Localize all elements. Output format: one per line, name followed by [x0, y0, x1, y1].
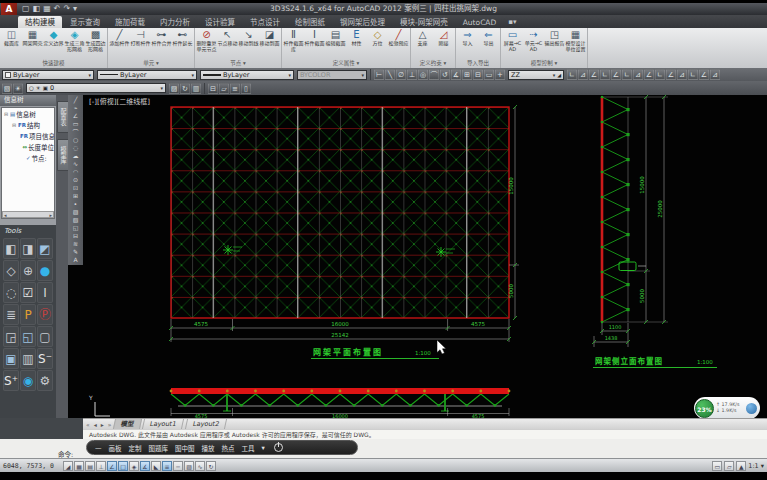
status-toggle-4[interactable]: ∠: [107, 461, 117, 471]
ribbon-more-icon[interactable]: ▪▾: [504, 16, 520, 28]
tools-grid-button-3[interactable]: ◇: [3, 260, 19, 281]
tools-grid-button-1[interactable]: ◨: [20, 238, 36, 259]
ucs-tool-button-2[interactable]: ∠: [589, 69, 599, 80]
ribbon-tab-7[interactable]: 钢网架后处理: [333, 16, 392, 28]
dim-tool-button-1[interactable]: ╲: [385, 69, 395, 80]
ribbon-button[interactable]: ╱添加杆件: [109, 29, 130, 52]
tools-grid-button-0[interactable]: ◧: [3, 238, 19, 259]
ucs-tool-button-12[interactable]: ∠: [699, 69, 709, 80]
ucs-tool-button-8[interactable]: ∟: [655, 69, 665, 80]
tools-grid-button-6[interactable]: ◌: [3, 282, 19, 303]
ribbon-button[interactable]: ↖节点移动: [217, 29, 238, 52]
draw-tool-button-5[interactable]: ○: [70, 136, 82, 144]
qat-new-icon[interactable]: ▢: [22, 4, 30, 14]
status-toggle-11[interactable]: ▨: [184, 461, 194, 471]
tools-grid-button-10[interactable]: P: [20, 304, 36, 325]
tools-grid-button-12[interactable]: ◲: [3, 326, 19, 347]
ribbon-button[interactable]: △支座: [412, 29, 433, 52]
ribbon-tab-4[interactable]: 设计验算: [198, 16, 242, 28]
dim-tool-button-6[interactable]: ↺: [440, 69, 450, 80]
ribbon-button[interactable]: ◇方位: [367, 29, 388, 52]
tools-grid-button-4[interactable]: ⊕: [20, 260, 36, 281]
layer-tool-button-3[interactable]: ▯: [241, 83, 251, 94]
tools-grid-button-17[interactable]: S⁻: [37, 348, 53, 369]
layer-combo[interactable]: ○☀▣0▾: [26, 83, 166, 93]
ribbon-tab-9[interactable]: AutoCAD: [456, 16, 504, 28]
status-toggle-3[interactable]: ⊥: [96, 461, 106, 471]
tools-grid-button-9[interactable]: ≣: [3, 304, 19, 325]
ribbon-group-label[interactable]: 定义约束 ▾: [411, 59, 455, 68]
pill-item-0[interactable]: 画板: [109, 443, 122, 453]
layer-tool-button-0[interactable]: ⊟: [208, 83, 218, 94]
qat-redo-icon[interactable]: ↷: [63, 4, 70, 14]
ribbon-button[interactable]: ↘移动到线: [238, 29, 259, 52]
tools-grid-button-15[interactable]: ▣: [3, 348, 19, 369]
layout-tab-1[interactable]: Layout1: [142, 419, 184, 429]
draw-tool-button-9[interactable]: ◠: [70, 168, 82, 176]
qat-qat-menu-icon[interactable]: ▾: [73, 4, 77, 14]
pill-item-1[interactable]: 定制: [129, 443, 142, 453]
layer-tool-button-1[interactable]: ☀: [13, 83, 23, 94]
ribbon-tab-2[interactable]: 施加荷载: [108, 16, 152, 28]
tree-item-0[interactable]: ⊟▤信息树: [2, 108, 54, 119]
layout-nav-icon-0[interactable]: «: [85, 421, 91, 428]
draw-tool-button-7[interactable]: ☁: [70, 152, 82, 160]
dim-tool-button-8[interactable]: ⊞: [462, 69, 472, 80]
pill-item-6[interactable]: 工具: [242, 443, 255, 453]
dim-tool-button-7[interactable]: ∡: [451, 69, 461, 80]
draw-tool-button-12[interactable]: ⊞: [70, 192, 82, 200]
autocad-logo-icon[interactable]: A: [1, 3, 17, 15]
annotation-scale-value[interactable]: 1:1: [748, 462, 758, 470]
status-toggle-8[interactable]: ◣: [151, 461, 161, 471]
ucs-tool-button-9[interactable]: ∠: [666, 69, 676, 80]
lineweight-combo[interactable]: ByLayer▾: [200, 70, 294, 80]
tools-grid-button-13[interactable]: ◱: [20, 326, 36, 347]
command-line-area[interactable]: 命令: —画板定制图题库图中图播放热点工具▾: [0, 439, 767, 458]
ribbon-tab-1[interactable]: 显示查询: [63, 16, 107, 28]
dim-tool-button-0[interactable]: ⊢: [374, 69, 384, 80]
tools-grid-button-20[interactable]: ⚙: [37, 370, 53, 391]
ucs-tool-button-13[interactable]: ⊿: [710, 69, 720, 80]
draw-tool-button-15[interactable]: ▧: [70, 216, 82, 224]
status-toggle-1[interactable]: ▦: [74, 461, 84, 471]
layout-nav-icon-2[interactable]: ▸: [100, 421, 105, 428]
widget-button-icon[interactable]: [746, 403, 757, 414]
tree-item-1[interactable]: ⊟FR结构: [2, 119, 54, 130]
layout-tab-2[interactable]: Layout2: [185, 419, 227, 429]
tree-scrollbar[interactable]: ◂▸: [2, 211, 54, 218]
ribbon-button[interactable]: ◫截面库: [1, 29, 22, 52]
ribbon-button[interactable]: ◈生成三角形网格: [64, 29, 85, 52]
tools-grid-button-18[interactable]: S⁺: [3, 370, 19, 391]
dim-tool-button-2[interactable]: ∅: [396, 69, 406, 80]
layout-nav-icon-3[interactable]: »: [107, 421, 113, 428]
dim-tool-button-3[interactable]: ⊥: [407, 69, 417, 80]
draw-tool-button-1[interactable]: ⌁: [70, 104, 82, 112]
ribbon-button[interactable]: ◆定义边界: [43, 29, 64, 52]
ucs-tool-button-4[interactable]: ∠: [611, 69, 621, 80]
tree-item-4[interactable]: ✓节点:: [2, 152, 54, 163]
ucs-tool-button-3[interactable]: ∟: [600, 69, 610, 80]
ribbon-button[interactable]: ◿刚接: [433, 29, 454, 52]
pill-item-2[interactable]: 图题库: [149, 443, 169, 453]
ribbon-tab-3[interactable]: 内力分析: [153, 16, 197, 28]
draw-tool-button-13[interactable]: ∙: [70, 200, 82, 208]
scroll-right-icon[interactable]: ▸: [49, 212, 52, 217]
ribbon-button[interactable]: ◳输出报告: [544, 29, 565, 52]
layout-nav-icon-1[interactable]: ◂: [93, 421, 98, 428]
qat-undo-icon[interactable]: ↶: [54, 4, 61, 14]
ucs-tool-button-0[interactable]: ∟: [567, 69, 577, 80]
status-toggle-9[interactable]: ≡: [162, 461, 172, 471]
layer-tool-button-0[interactable]: ▨: [169, 83, 179, 94]
status-toggle-13[interactable]: ↻: [206, 461, 216, 471]
viewport-controls-label[interactable]: [-][俯视][二维线框]: [89, 97, 150, 106]
tools-grid-button-11[interactable]: Ⓟ: [37, 304, 53, 325]
ribbon-button[interactable]: ⇒导入: [457, 29, 478, 52]
ribbon-button[interactable]: ▩生成四边形网格: [85, 29, 106, 52]
color-combo[interactable]: ByLayer▾: [2, 70, 94, 80]
draw-tool-button-2[interactable]: ∠: [70, 112, 82, 120]
layer-tool-button-1[interactable]: ▱: [219, 83, 229, 94]
tools-grid-button-16[interactable]: ▥: [20, 348, 36, 369]
dim-tool-button-9[interactable]: ⊟: [473, 69, 483, 80]
ribbon-button[interactable]: ▤编辑截面: [325, 29, 346, 52]
ribbon-button[interactable]: ▦网架网壳: [22, 29, 43, 52]
